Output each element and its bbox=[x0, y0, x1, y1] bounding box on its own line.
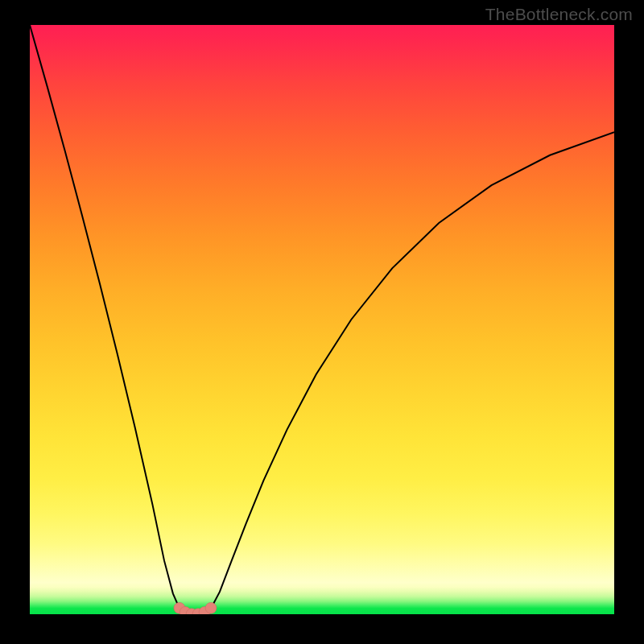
valley-markers bbox=[174, 602, 217, 614]
left-branch-curve bbox=[30, 25, 180, 609]
valley-marker bbox=[205, 602, 217, 613]
chart-frame: TheBottleneck.com bbox=[0, 0, 644, 644]
right-branch-curve bbox=[211, 132, 614, 608]
plot-area bbox=[30, 25, 614, 614]
watermark-text: TheBottleneck.com bbox=[485, 5, 633, 24]
curve-layer bbox=[30, 25, 614, 614]
